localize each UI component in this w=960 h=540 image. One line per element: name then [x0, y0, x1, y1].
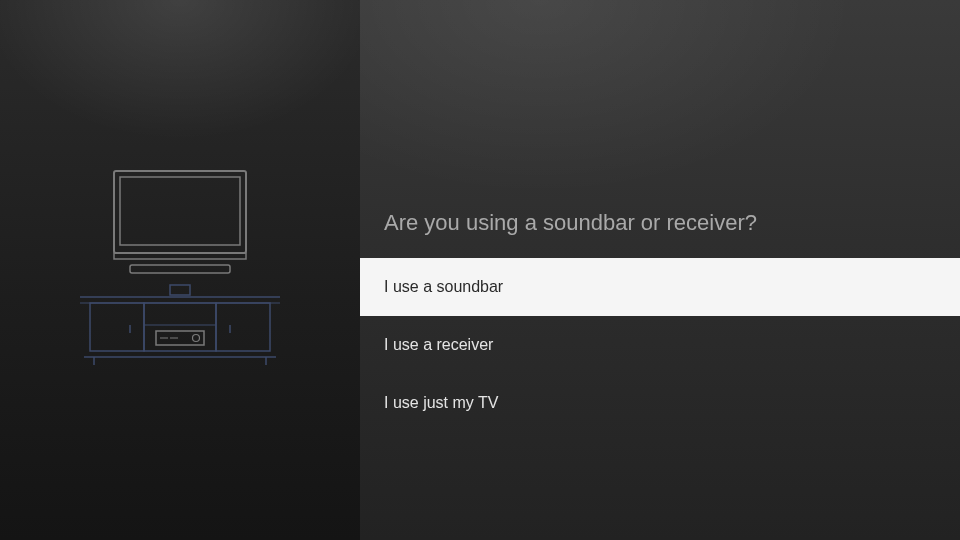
- illustration-panel: [0, 0, 360, 540]
- option-label: I use just my TV: [384, 394, 498, 412]
- content-panel: Are you using a soundbar or receiver? I …: [360, 0, 960, 540]
- svg-rect-8: [144, 303, 216, 351]
- option-label: I use a soundbar: [384, 278, 503, 296]
- option-receiver[interactable]: I use a receiver: [360, 316, 960, 374]
- svg-point-12: [193, 335, 200, 342]
- svg-rect-9: [216, 303, 270, 351]
- svg-rect-4: [170, 285, 190, 295]
- tv-soundbar-icon: [70, 165, 290, 375]
- option-tv-only[interactable]: I use just my TV: [360, 374, 960, 432]
- svg-rect-7: [90, 303, 144, 351]
- option-label: I use a receiver: [384, 336, 493, 354]
- svg-rect-1: [120, 177, 240, 245]
- prompt-question: Are you using a soundbar or receiver?: [360, 210, 960, 258]
- svg-rect-0: [114, 171, 246, 253]
- option-soundbar[interactable]: I use a soundbar: [360, 258, 960, 316]
- svg-rect-3: [130, 265, 230, 273]
